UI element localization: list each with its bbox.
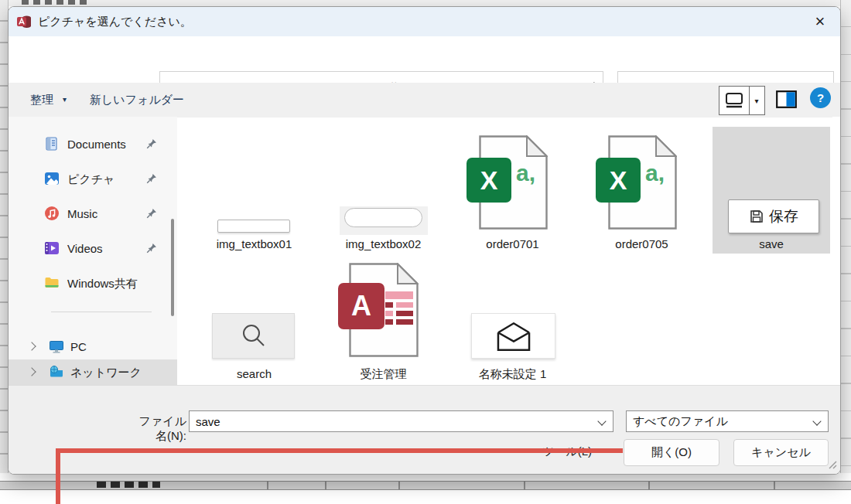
dialog-titlebar: ピクチャを選んでください。 × <box>9 7 840 37</box>
sidebar-divider <box>51 312 152 312</box>
file-name: search <box>194 367 314 381</box>
search-image-icon <box>212 313 295 359</box>
sidebar-item-videos[interactable]: Videos <box>9 231 177 266</box>
pictures-icon <box>44 171 60 189</box>
file-name: save <box>713 237 830 251</box>
excel-csv-glyph: a, <box>516 160 535 186</box>
close-icon[interactable]: × <box>809 10 831 33</box>
file-item[interactable]: A 受注管理 <box>323 253 443 380</box>
annotation-line-horizontal <box>56 448 623 453</box>
file-name: 名称未設定 1 <box>453 367 572 381</box>
access-file-icon: A <box>349 263 419 357</box>
annotation-line-vertical <box>56 448 60 504</box>
preview-pane-icon[interactable] <box>776 90 797 111</box>
organize-button[interactable]: 整理 <box>30 83 53 117</box>
excel-logo: X <box>596 158 641 203</box>
save-preview-label: 保存 <box>769 206 798 226</box>
cancel-button[interactable]: キャンセル <box>733 439 829 466</box>
filetype-value: すべてのファイル <box>633 411 728 431</box>
background-window-status-text <box>97 482 160 488</box>
access-logo: A <box>338 283 384 329</box>
dialog-footer: ファイル名(N): すべてのファイル ツール(L) 開く(O) キャンセル <box>9 385 840 475</box>
sidebar-item-music[interactable]: Music <box>9 196 177 231</box>
excel-file-icon: X a, <box>608 135 677 230</box>
filename-field <box>189 410 613 432</box>
videos-icon <box>44 240 60 259</box>
pin-icon <box>146 208 157 222</box>
filetype-select[interactable]: すべてのファイル <box>626 410 829 432</box>
dialog-main: Documents ピクチャ <box>9 117 840 385</box>
pin-icon <box>146 173 157 187</box>
access-app-icon <box>16 14 32 32</box>
help-button[interactable]: ? <box>810 87 831 108</box>
file-item[interactable]: X a, order0705 <box>582 117 702 253</box>
file-name: img_textbox02 <box>323 237 443 251</box>
file-item[interactable]: 名称未設定 1 <box>453 253 572 380</box>
sidebar-item-network[interactable]: ネットワーク <box>9 359 177 385</box>
textbox-image-icon <box>340 206 428 235</box>
background-window-top-text <box>22 0 88 5</box>
textbox-image-icon <box>217 220 290 233</box>
pc-icon <box>49 339 64 357</box>
background-window-top <box>0 0 851 6</box>
pin-icon <box>146 243 157 257</box>
sidebar-item-documents[interactable]: Documents <box>9 127 177 162</box>
sidebar-item-label: ピクチャ <box>67 162 114 196</box>
envelope-image-icon <box>471 313 555 359</box>
file-item[interactable]: img_textbox02 <box>323 117 443 253</box>
sidebar-item-pictures[interactable]: ピクチャ <box>9 162 177 196</box>
resize-grip-icon[interactable] <box>828 458 837 472</box>
sidebar-item-label: Music <box>67 196 97 231</box>
expand-chevron-icon[interactable] <box>27 367 36 376</box>
dialog-title: ピクチャを選んでください。 <box>38 7 192 36</box>
filename-input[interactable] <box>190 411 600 431</box>
sidebar-item-label: Windows共有 <box>67 266 138 301</box>
music-icon <box>44 206 60 224</box>
view-mode-icon <box>719 87 749 114</box>
sidebar-item-windows-share[interactable]: Windows共有 <box>9 266 177 301</box>
background-window-bottom <box>0 473 851 504</box>
file-item[interactable]: search <box>194 253 314 380</box>
excel-csv-glyph: a, <box>645 160 665 186</box>
new-folder-button[interactable]: 新しいフォルダー <box>90 83 184 117</box>
view-mode-caret-icon[interactable]: ▾ <box>749 87 764 114</box>
save-button-image-icon: 保存 <box>728 199 819 233</box>
file-item[interactable]: img_textbox01 <box>194 117 314 253</box>
file-name: img_textbox01 <box>194 237 314 251</box>
floppy-icon <box>749 209 764 224</box>
navigation-pane: Documents ピクチャ <box>9 117 177 385</box>
sidebar-scrollbar[interactable] <box>171 219 174 316</box>
file-item-selected[interactable]: 保存 save <box>713 127 830 254</box>
organize-caret-icon: ▾ <box>63 83 67 117</box>
documents-icon <box>44 136 60 155</box>
sidebar-item-label: Documents <box>67 127 126 162</box>
background-window-right-edge <box>840 0 851 504</box>
dialog-toolbar: 整理 ▾ 新しいフォルダー ▾ ? <box>9 83 840 117</box>
file-name: order0701 <box>453 237 572 251</box>
shared-folder-icon <box>44 275 60 294</box>
pin-icon <box>146 138 157 152</box>
excel-file-icon: X a, <box>479 135 548 230</box>
filetype-dropdown-chevron-icon <box>812 417 821 425</box>
file-list: img_textbox01 img_textbox02 X a, <box>177 117 832 386</box>
file-name: 受注管理 <box>323 367 443 381</box>
expand-chevron-icon[interactable] <box>27 342 36 350</box>
open-button[interactable]: 開く(O) <box>624 439 719 466</box>
network-icon <box>49 364 64 383</box>
file-picker-dialog: ピクチャを選んでください。 × ← → ↑ › ネットワーク › Mac › W… <box>8 6 841 475</box>
sidebar-item-label: Videos <box>67 231 103 266</box>
filename-label: ファイル名(N): <box>131 414 186 444</box>
file-item[interactable]: X a, order0701 <box>453 117 572 253</box>
view-mode-button[interactable]: ▾ <box>719 86 765 115</box>
excel-logo: X <box>467 158 511 203</box>
navigation-row: ← → ↑ › ネットワーク › Mac › Windows共有 <box>9 36 840 83</box>
file-name: order0705 <box>582 237 702 251</box>
sidebar-item-label: ネットワーク <box>70 359 142 385</box>
